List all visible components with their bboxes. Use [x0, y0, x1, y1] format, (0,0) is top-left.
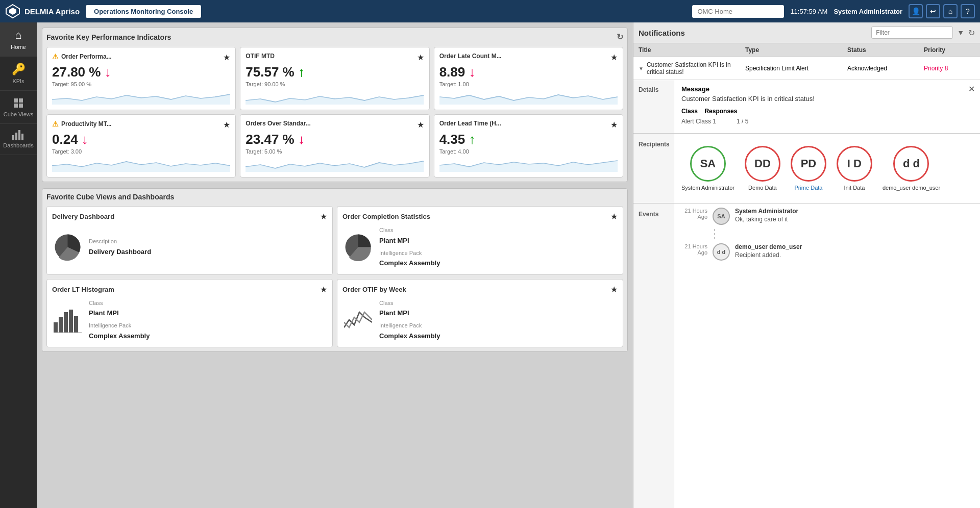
kpi-title: OTIF MTD: [246, 53, 275, 60]
warning-icon: ⚠: [52, 53, 59, 61]
kpi-card-order-performance[interactable]: ⚠ Order Performa... ★ 27.80 % ↓ Target: …: [46, 47, 236, 110]
dash-info: Description Delivery Dashboard: [89, 237, 151, 258]
star-icon[interactable]: ★: [610, 212, 618, 221]
kpi-card-productivity-mt[interactable]: ⚠ Productivity MT... ★ 0.24 ↓ Target: 3.…: [46, 114, 236, 177]
notifications-refresh-icon[interactable]: ↻: [968, 28, 975, 38]
notifications-title: Notifications: [639, 29, 867, 37]
user-icon[interactable]: 👤: [909, 4, 923, 18]
recipients-row: Recipients SA System Administrator DD De…: [633, 134, 980, 204]
expand-icon[interactable]: ▼: [639, 66, 644, 71]
col-title: Title: [639, 46, 745, 54]
close-icon[interactable]: ✕: [968, 84, 975, 94]
kpi-card-otif-mtd[interactable]: OTIF MTD ★ 75.57 % ↑ Target: 90.00 %: [240, 47, 429, 110]
kpi-section-title: Favorite Key Performance Indicators: [46, 33, 171, 41]
event-avatar-sa: SA: [713, 208, 730, 225]
sidebar-item-kpis[interactable]: 🔑 KPIs: [0, 57, 37, 91]
sidebar-item-home-label: Home: [11, 44, 26, 50]
star-icon[interactable]: ★: [320, 285, 327, 294]
dash-card-histogram[interactable]: Order LT Histogram ★: [46, 279, 333, 348]
col-priority: Priority: [924, 46, 975, 54]
star-icon[interactable]: ★: [417, 53, 424, 62]
class-value: Alert Class 1: [681, 118, 716, 125]
recipient-avatar-dd: DD: [745, 146, 780, 182]
omc-home-search[interactable]: [692, 5, 784, 18]
recipient-avatar-demouser: d d: [893, 146, 929, 182]
logo: DELMIA Apriso: [5, 4, 80, 19]
cube-section-header: Favorite Cube Views and Dashboards: [46, 193, 623, 201]
recipient-name-pd[interactable]: Prime Data: [794, 185, 822, 191]
svg-rect-14: [64, 312, 68, 333]
topbar: DELMIA Apriso Operations Monitoring Cons…: [0, 0, 980, 22]
dash-icon-area: [52, 233, 83, 261]
cube-sidebar-icon: [12, 97, 24, 109]
kpi-section-header: Favorite Key Performance Indicators ↻: [46, 32, 623, 42]
sidebar-item-home[interactable]: ⌂ Home: [0, 22, 37, 57]
dash-card-title: Order Completion Statistics: [342, 213, 430, 220]
event-details: System Administrator Ok, taking care of …: [735, 208, 975, 223]
star-icon[interactable]: ★: [610, 53, 618, 62]
filter-input[interactable]: [871, 27, 953, 39]
star-icon[interactable]: ★: [610, 120, 618, 130]
recipient-name-sa: System Administrator: [681, 185, 734, 191]
kpi-card-order-late-count[interactable]: Order Late Count M... ★ 8.89 ↓ Target: 1…: [434, 47, 623, 110]
console-title-button[interactable]: Operations Monitoring Console: [86, 5, 201, 18]
kpi-value: 8.89 ↓: [439, 64, 618, 80]
sidebar-item-dashboards[interactable]: Dashboards: [0, 124, 37, 155]
notifications-panel: Notifications ▼ ↻ Title Type Status Prio…: [633, 22, 980, 508]
home-icon[interactable]: ⌂: [943, 4, 958, 18]
details-row: Details ✕ Message Customer Satisfaction …: [633, 80, 980, 134]
notification-row[interactable]: ▼ Customer Satisfaction KPI is in critic…: [633, 57, 980, 80]
event-time: 21 HoursAgo: [679, 208, 707, 220]
kpi-grid: ⚠ Order Performa... ★ 27.80 % ↓ Target: …: [46, 47, 623, 177]
notif-row-status: Acknowledged: [847, 65, 924, 72]
notif-row-title-text: Customer Satisfaction KPI is in critical…: [647, 61, 745, 75]
recipients-label: Recipients: [633, 134, 674, 203]
back-icon[interactable]: ↩: [926, 4, 940, 18]
events-content: 21 HoursAgo SA System Administrator Ok, …: [674, 204, 980, 508]
filter-icon[interactable]: ▼: [957, 29, 964, 37]
svg-rect-2: [14, 98, 18, 103]
content-area: Favorite Key Performance Indicators ↻ ⚠ …: [37, 22, 980, 508]
notif-row-type: Specification Limit Alert: [745, 65, 847, 72]
cube-dashboards-section: Favorite Cube Views and Dashboards Deliv…: [42, 188, 628, 352]
star-icon[interactable]: ★: [320, 212, 327, 221]
star-icon[interactable]: ★: [417, 120, 424, 130]
kpi-card-orders-over-standard[interactable]: Orders Over Standar... ★ 23.47 % ↓ Targe…: [240, 114, 429, 177]
svg-rect-8: [18, 130, 20, 140]
kpi-value: 4.35 ↑: [439, 132, 618, 147]
star-icon[interactable]: ★: [610, 285, 618, 294]
events-label: Events: [633, 204, 674, 508]
dash-card-title: Order LT Histogram: [52, 286, 114, 293]
dash-card-order-completion[interactable]: Order Completion Statistics ★: [337, 206, 623, 275]
svg-rect-13: [59, 317, 63, 333]
kpi-title: Order Late Count M...: [439, 53, 502, 60]
recipient-avatar-sa: SA: [690, 146, 726, 182]
kpi-value: 75.57 % ↑: [246, 64, 424, 80]
event-details: demo_user demo_user Recipient added.: [735, 243, 975, 259]
kpi-target: Target: 3.00: [52, 148, 230, 155]
kpi-refresh-icon[interactable]: ↻: [617, 32, 623, 42]
notif-row-priority: Priority 8: [924, 65, 975, 72]
kpi-sparkline: [246, 89, 424, 105]
recipient-name-id: Init Data: [844, 185, 865, 191]
help-icon[interactable]: ?: [961, 4, 975, 18]
sidebar: ⌂ Home 🔑 KPIs Cube Views Dashboards: [0, 22, 37, 508]
dash-card-delivery[interactable]: Delivery Dashboard ★: [46, 206, 333, 275]
kpi-title: Order Performa...: [61, 53, 112, 60]
dash-card-otif-week[interactable]: Order OTIF by Week ★ Class: [337, 279, 623, 348]
kpi-section: Favorite Key Performance Indicators ↻ ⚠ …: [42, 28, 628, 182]
recipient-name-dd: Demo Data: [748, 185, 777, 191]
sidebar-item-cube-views[interactable]: Cube Views: [0, 91, 37, 124]
pie-chart-icon: [54, 233, 82, 261]
recipient-demouser: d d demo_user demo_user: [883, 146, 940, 191]
notification-detail-area: Details ✕ Message Customer Satisfaction …: [633, 80, 980, 508]
kpi-sparkline: [439, 157, 618, 172]
star-icon[interactable]: ★: [223, 53, 230, 62]
message-text: Customer Satisfaction KPI is in critical…: [681, 95, 973, 103]
dash-icon-area: [52, 307, 83, 333]
responses-count: 1 / 5: [737, 118, 748, 125]
recipient-name-demouser: demo_user demo_user: [883, 185, 940, 191]
line-chart-icon: [344, 307, 372, 333]
kpi-card-order-lead-time[interactable]: Order Lead Time (H... ★ 4.35 ↑ Target: 4…: [434, 114, 623, 177]
star-icon[interactable]: ★: [223, 120, 230, 130]
